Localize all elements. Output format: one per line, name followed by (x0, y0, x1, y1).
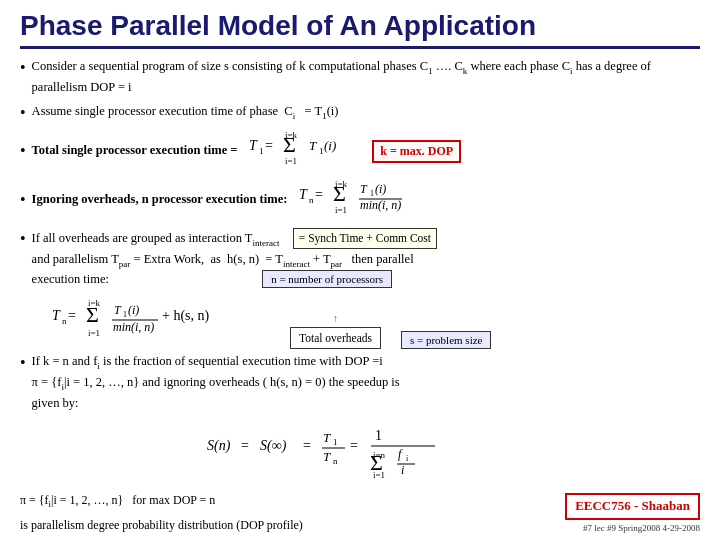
svg-text:=: = (315, 187, 323, 202)
total-overheads-label-area: ↑ Total overheads (290, 312, 381, 349)
svg-text:S(∞): S(∞) (260, 438, 287, 454)
svg-text:min(i, n): min(i, n) (360, 198, 401, 212)
svg-text:1: 1 (123, 310, 127, 319)
svg-text:n: n (333, 456, 338, 466)
eecc-box-area: EECC756 - Shaaban #7 lec #9 Spring2008 4… (565, 493, 700, 535)
pi-lines: π = {fi|i = 1, 2, …, n} for max DOP = n … (20, 486, 303, 535)
svg-text:Σ: Σ (333, 181, 346, 206)
bullet-dot-3: • (20, 139, 26, 162)
footer-note: #7 lec #9 Spring2008 4-29-2008 (565, 522, 700, 535)
svg-text:1: 1 (333, 437, 338, 447)
synch-comm-box: = Synch Time + Comm Cost (293, 228, 437, 249)
k-max-box: k = max. DOP (372, 140, 461, 163)
slide-title: Phase Parallel Model of An Application (20, 10, 700, 49)
svg-text:1: 1 (259, 146, 264, 156)
svg-text:Σ: Σ (86, 302, 99, 327)
svg-text:(i): (i) (128, 303, 139, 317)
svg-text:T: T (114, 303, 122, 317)
bullet-5: • If all overheads are grouped as intera… (20, 228, 700, 288)
formula-tn-overhead-area: T n = i=k Σ i=1 T 1 (i) min(i, n) + h(s,… (50, 294, 700, 349)
svg-text:i=1: i=1 (88, 328, 100, 338)
bullet-dot-5: • (20, 227, 26, 250)
slide: Phase Parallel Model of An Application •… (0, 0, 720, 540)
svg-text:T: T (299, 187, 308, 202)
svg-text:=: = (265, 138, 273, 153)
speedup-formula: S(n) = S(∞) = T 1 T n = 1 i=n (205, 418, 515, 483)
formula-tn-no-overhead: T n = i=k Σ i=1 T 1 (i) min(i, n) (297, 179, 457, 222)
svg-text:1: 1 (319, 146, 324, 156)
bullet-6: • If k = n and fi is the fraction of seq… (20, 352, 700, 411)
svg-text:T: T (309, 138, 317, 153)
svg-text:(i): (i) (375, 182, 386, 196)
svg-text:f: f (398, 447, 403, 461)
bullet-dot-6: • (20, 351, 26, 374)
total-overheads-box: Total overheads (290, 327, 381, 350)
pi-line-2: is parallelism degree probability distri… (20, 517, 303, 534)
s-problem-box-area: s = problem size (401, 331, 492, 349)
speedup-formula-area: S(n) = S(∞) = T 1 T n = 1 i=n (20, 418, 700, 483)
bullet-dot-1: • (20, 56, 26, 79)
bullet-dot-2: • (20, 101, 26, 124)
s-problem-box: s = problem size (401, 331, 492, 349)
bullet-2: • Assume single processor execution time… (20, 102, 700, 124)
svg-text:i: i (406, 454, 409, 463)
slide-content: • Consider a sequential program of size … (20, 57, 700, 535)
svg-text:=: = (303, 438, 311, 453)
svg-text:=: = (350, 438, 358, 453)
bullet-1-text: Consider a sequential program of size s … (32, 57, 700, 96)
svg-text:n: n (62, 316, 67, 326)
svg-text:S(n): S(n) (207, 438, 231, 454)
bullet-4-text: Ignoring overheads, n processor executio… (32, 179, 700, 222)
svg-text:i=1: i=1 (285, 156, 297, 166)
n-processors-box: n = number of processors (262, 270, 392, 288)
pi-line-1: π = {fi|i = 1, 2, …, n} for max DOP = n (20, 492, 303, 511)
svg-text:T: T (360, 182, 368, 196)
svg-text:T: T (249, 138, 258, 153)
svg-text:i: i (401, 463, 404, 477)
svg-text:i=1: i=1 (373, 470, 385, 478)
bullet-3: • Total single processor execution time … (20, 130, 700, 173)
svg-text:T: T (323, 430, 331, 445)
bullet-dot-4: • (20, 188, 26, 211)
bullet-6-text: If k = n and fi is the fraction of seque… (32, 352, 700, 411)
formula-tn-overhead: T n = i=k Σ i=1 T 1 (i) min(i, n) + h(s,… (50, 294, 280, 349)
svg-text:min(i, n): min(i, n) (113, 320, 154, 334)
bullet-2-text: Assume single processor execution time o… (32, 102, 700, 123)
svg-text:=: = (68, 308, 76, 323)
svg-text:n: n (309, 195, 314, 205)
svg-text:i=1: i=1 (335, 205, 347, 215)
bullet-4: • Ignoring overheads, n processor execut… (20, 179, 700, 222)
svg-text:T: T (52, 308, 61, 323)
bottom-area: π = {fi|i = 1, 2, …, n} for max DOP = n … (20, 486, 700, 535)
bullet-3-text: Total single processor execution time = … (32, 130, 700, 173)
formula-t1: T 1 = i=k Σ i=1 T 1 (i) (247, 130, 357, 173)
svg-text:=: = (241, 438, 249, 453)
bullet-5-text: If all overheads are grouped as interact… (32, 228, 700, 288)
svg-text:Σ: Σ (283, 132, 296, 157)
svg-text:T: T (323, 449, 331, 464)
svg-text:+ h(s, n): + h(s, n) (162, 308, 210, 324)
svg-text:1: 1 (375, 428, 382, 443)
svg-text:(i): (i) (324, 138, 336, 153)
svg-text:1: 1 (370, 189, 374, 198)
bullet-1: • Consider a sequential program of size … (20, 57, 700, 96)
eecc-box: EECC756 - Shaaban (565, 493, 700, 520)
